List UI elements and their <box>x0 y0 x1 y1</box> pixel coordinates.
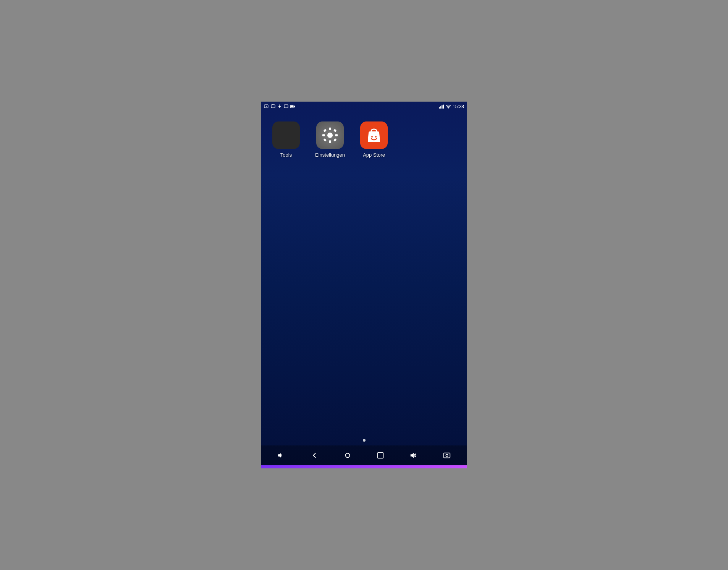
appstore-bag-icon <box>366 127 382 144</box>
home-button[interactable] <box>339 447 356 464</box>
svg-point-27 <box>375 136 377 138</box>
device-screen: 15:38 Tools <box>261 102 467 468</box>
signal-icon <box>439 104 444 109</box>
app-grid: Tools <box>261 110 467 435</box>
wifi-icon <box>446 104 451 109</box>
navigation-bar <box>261 445 467 465</box>
svg-rect-19 <box>329 140 331 143</box>
settings-icon <box>316 121 344 149</box>
volume-up-icon <box>409 451 418 460</box>
svg-rect-10 <box>294 106 295 107</box>
screenshot-nav-icon <box>443 451 451 460</box>
svg-marker-32 <box>411 453 414 458</box>
status-icons-right: 15:38 <box>439 104 464 109</box>
appstore-app[interactable]: App Store <box>360 121 388 158</box>
tools-icon <box>272 121 300 149</box>
bottom-purple-bar <box>261 465 467 468</box>
status-icons-left <box>264 104 295 109</box>
svg-rect-24 <box>323 138 327 142</box>
svg-point-5 <box>279 104 280 105</box>
svg-rect-25 <box>333 138 337 142</box>
svg-rect-8 <box>284 105 288 108</box>
notification-icon <box>283 104 289 109</box>
svg-point-26 <box>371 136 373 138</box>
svg-rect-18 <box>329 128 331 130</box>
svg-marker-1 <box>266 105 267 107</box>
volume-down-button[interactable] <box>273 447 290 464</box>
status-bar: 15:38 <box>261 102 467 110</box>
screenshot-icon <box>270 104 276 109</box>
svg-rect-13 <box>440 106 441 108</box>
svg-rect-20 <box>322 134 325 136</box>
tools-app[interactable]: Tools <box>272 121 300 158</box>
svg-rect-22 <box>323 129 327 132</box>
svg-rect-14 <box>442 105 443 108</box>
svg-rect-33 <box>443 453 450 458</box>
tools-label: Tools <box>280 152 292 158</box>
recent-apps-icon <box>376 451 385 460</box>
back-icon <box>310 451 319 460</box>
recent-apps-button[interactable] <box>372 447 389 464</box>
accessibility-icon <box>277 104 282 109</box>
screenshot-nav-button[interactable] <box>438 447 455 464</box>
page-indicator <box>261 435 467 445</box>
svg-marker-28 <box>278 453 281 458</box>
settings-app[interactable]: Einstellungen <box>315 121 345 158</box>
svg-point-34 <box>446 454 448 457</box>
battery-saver-icon <box>290 104 295 109</box>
svg-point-30 <box>345 453 349 458</box>
svg-rect-15 <box>443 104 444 108</box>
svg-rect-11 <box>291 105 293 107</box>
gear-svg <box>322 127 338 144</box>
page-dot-active <box>363 439 366 442</box>
home-icon <box>343 451 352 460</box>
appstore-label: App Store <box>363 152 385 158</box>
svg-point-16 <box>448 108 448 108</box>
svg-rect-12 <box>439 107 440 108</box>
svg-rect-31 <box>378 453 383 458</box>
svg-point-17 <box>327 133 333 138</box>
settings-label: Einstellungen <box>315 152 345 158</box>
svg-rect-2 <box>271 105 275 108</box>
svg-rect-21 <box>335 134 338 136</box>
outer-background: 15:38 Tools <box>0 0 728 570</box>
time-display: 15:38 <box>453 104 464 109</box>
volume-up-button[interactable] <box>405 447 422 464</box>
screen-record-icon <box>264 104 269 109</box>
volume-down-icon <box>277 451 285 460</box>
appstore-icon <box>360 121 388 149</box>
back-button[interactable] <box>306 447 323 464</box>
svg-rect-23 <box>333 129 337 132</box>
